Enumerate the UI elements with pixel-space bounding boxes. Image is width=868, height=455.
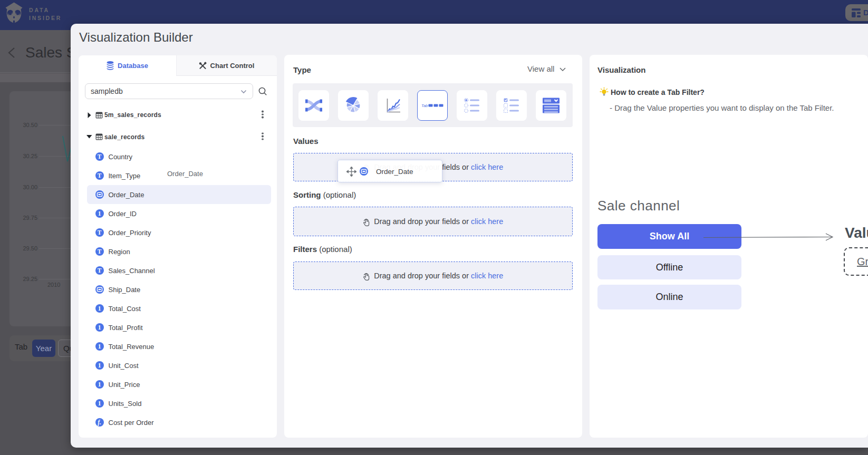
svg-text:Tab: Tab: [421, 103, 428, 108]
